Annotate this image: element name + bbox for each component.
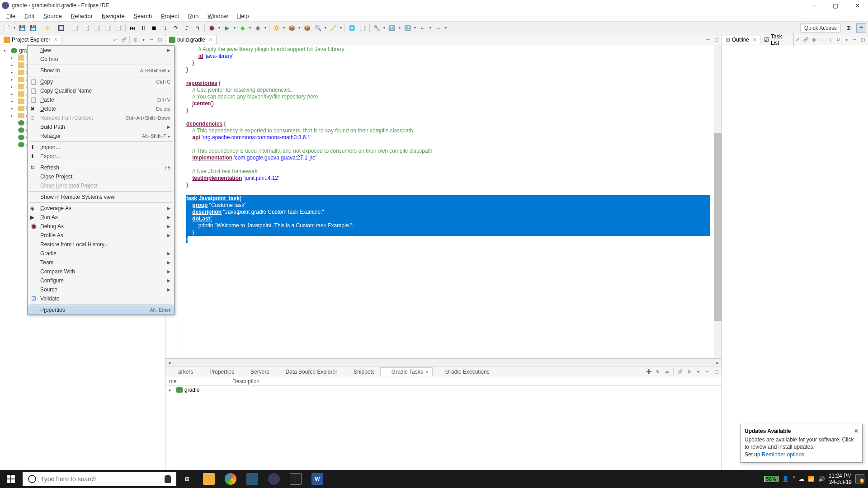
toolbar-button[interactable]: 🔧 [372, 23, 382, 33]
ctx-refresh[interactable]: ↻RefreshF5 [28, 163, 174, 172]
task-view-button[interactable]: ⊞ [176, 470, 198, 488]
close-icon[interactable]: ✕ [54, 37, 57, 42]
toolbar-button[interactable]: 🔙 [387, 23, 397, 33]
dropdown-icon[interactable]: ▾ [324, 23, 327, 33]
maximize-icon[interactable]: ▢ [156, 36, 163, 43]
chrome-button[interactable] [220, 470, 241, 488]
toolbar-button[interactable]: ↷ [171, 23, 181, 33]
menu-help[interactable]: Help [232, 12, 253, 20]
dropdown-icon[interactable]: ▾ [233, 23, 236, 33]
ctx-copy-qualified-name[interactable]: 📋Copy Qualified Name [28, 86, 174, 95]
skip-button[interactable]: ⏭ [127, 23, 137, 33]
tool-icon[interactable]: ➕ [645, 368, 652, 375]
ctx-restore-from-local-history-[interactable]: Restore from Local History... [28, 240, 174, 249]
bottom-tab-snippets[interactable]: Snippets [343, 368, 378, 376]
bottom-tab-servers[interactable]: Servers [240, 368, 273, 376]
tool-icon[interactable]: ⚙ [685, 368, 693, 375]
run-button[interactable]: ▶ [222, 23, 232, 33]
dropdown-icon[interactable]: ▾ [217, 23, 221, 33]
tool-icon[interactable]: ↻ [654, 368, 661, 375]
ctx-export-[interactable]: ⬆Export... [28, 152, 174, 161]
quick-access-input[interactable]: Quick Access [800, 23, 841, 33]
minimize-icon[interactable]: ─ [148, 36, 155, 43]
tool-icon[interactable]: ↕ [818, 36, 826, 43]
ctx-team[interactable]: Team▶ [28, 258, 174, 267]
minimize-icon[interactable]: ─ [851, 36, 858, 43]
toolbar-button[interactable]: 🔜 [402, 23, 412, 33]
maximize-icon[interactable]: ▢ [712, 368, 720, 375]
perspective-button[interactable]: ⊞ [844, 23, 854, 33]
menu-search[interactable]: Search [129, 12, 157, 20]
minimize-button[interactable]: ─ [808, 0, 819, 11]
menu-icon[interactable]: ▾ [140, 36, 147, 43]
toolbar-button[interactable]: ← [418, 23, 428, 33]
perspective-java-button[interactable]: ☕ [856, 23, 866, 33]
ctx-run-as[interactable]: ▶Run As▶ [28, 213, 174, 222]
project-explorer-tab[interactable]: Project Explorer ✕ [0, 36, 61, 44]
toolbar-button[interactable]: 📦 [287, 23, 297, 33]
toolbar-button[interactable]: 🧹 [328, 23, 338, 33]
close-icon[interactable]: ✕ [854, 428, 859, 434]
ctx-delete[interactable]: ✖DeleteDelete [28, 104, 174, 113]
save-all-button[interactable]: 💾 [28, 23, 38, 33]
scroll-right-icon[interactable]: ► [714, 359, 722, 366]
menu-file[interactable]: File [2, 12, 20, 20]
menu-source[interactable]: Source [39, 12, 66, 20]
focus-icon[interactable]: ◎ [132, 36, 139, 43]
ctx-show-in[interactable]: Show InAlt+Shift+W ▸ [28, 66, 174, 75]
gradle-tasks-view[interactable]: me Description ▸ gradle [165, 377, 722, 470]
toolbar-button[interactable]: 📑 [113, 23, 123, 33]
tool-icon[interactable]: ◎ [810, 36, 817, 43]
ctx-gradle[interactable]: Gradle▶ [28, 249, 174, 258]
menu-navigate[interactable]: Navigate [97, 12, 129, 20]
toolbar-button[interactable]: 📑 [81, 23, 91, 33]
stop-button[interactable]: ⏹ [149, 23, 159, 33]
maximize-icon[interactable]: ▢ [859, 36, 866, 43]
toolbar-button[interactable]: 📦 [302, 23, 312, 33]
new-button[interactable]: 📄 [2, 23, 12, 33]
ctx-copy[interactable]: 📋CopyCtrl+C [28, 77, 174, 86]
ctx-properties[interactable]: PropertiesAlt+Enter [28, 305, 174, 314]
wifi-icon[interactable]: 📶 [808, 476, 815, 482]
ctx-compare-with[interactable]: Compare With▶ [28, 267, 174, 276]
dropdown-icon[interactable]: ▾ [13, 23, 16, 33]
dropdown-icon[interactable]: ▾ [282, 23, 286, 33]
ctx-source[interactable]: Source▶ [28, 285, 174, 294]
dropdown-icon[interactable]: ▾ [339, 23, 343, 33]
tool-icon[interactable]: 🔗 [802, 36, 809, 43]
maximize-icon[interactable]: ▢ [712, 36, 720, 43]
editor-fold-column[interactable] [176, 45, 183, 358]
pause-button[interactable]: ⏸ [138, 23, 148, 33]
volume-icon[interactable]: 🔊 [818, 476, 825, 482]
vertical-scrollbar[interactable] [714, 45, 722, 358]
menu-refactor[interactable]: Refactor [66, 12, 97, 20]
tool-icon[interactable]: ⤢ [794, 36, 801, 43]
file-explorer-button[interactable] [198, 470, 220, 488]
tool-icon[interactable]: ⇉ [663, 368, 670, 375]
toolbar-button[interactable]: ↰ [193, 23, 203, 33]
minimize-icon[interactable]: ─ [704, 36, 712, 43]
column-header-description[interactable]: Description [232, 378, 259, 385]
horizontal-scrollbar[interactable]: ◄ ► [165, 358, 722, 366]
start-button[interactable] [0, 470, 22, 488]
coverage-button[interactable]: ◈ [237, 23, 247, 33]
ctx-coverage-as[interactable]: ◈Coverage As▶ [28, 204, 174, 213]
mysql-button[interactable] [241, 470, 263, 488]
toolbar-button[interactable]: 🌐 [347, 23, 357, 33]
ctx-configure[interactable]: Configure▶ [28, 276, 174, 285]
tool-icon[interactable]: ⤵ [826, 36, 834, 43]
toolbar-button[interactable]: ⚡ [42, 23, 52, 33]
close-button[interactable]: ✕ [852, 0, 863, 11]
toolbar-button[interactable]: 📑 [70, 23, 80, 33]
bottom-tab-arkers[interactable]: arkers [167, 368, 197, 376]
toolbar-button[interactable]: 📑 [358, 23, 368, 33]
toolbar-button[interactable]: 🔆 [271, 23, 281, 33]
menu-project[interactable]: Project [156, 12, 184, 20]
search-box[interactable]: Type here to search [23, 472, 176, 486]
menu-run[interactable]: Run [184, 12, 203, 20]
dropdown-icon[interactable]: ▾ [413, 23, 417, 33]
ctx-refactor[interactable]: RefactorAlt+Shift+T ▸ [28, 131, 174, 141]
dropdown-icon[interactable]: ▾ [297, 23, 301, 33]
toolbar-button[interactable]: → [433, 23, 443, 33]
dropdown-icon[interactable]: ▾ [444, 23, 448, 33]
